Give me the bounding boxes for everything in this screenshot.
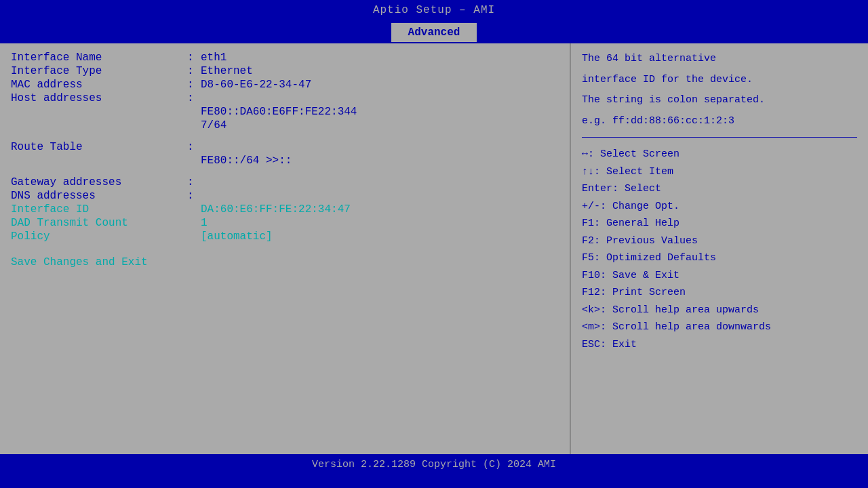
footer: Version 2.22.1289 Copyright (C) 2024 AMI bbox=[0, 454, 868, 474]
header: Aptio Setup – AMI bbox=[0, 0, 868, 20]
field-row-policy[interactable]: Policy [automatic] bbox=[11, 230, 559, 243]
policy-colon bbox=[187, 230, 201, 243]
field-row-interface-name: Interface Name : eth1 bbox=[11, 52, 559, 64]
save-changes-row[interactable]: Save Changes and Exit bbox=[11, 256, 559, 268]
field-row-route: Route Table : bbox=[11, 141, 559, 153]
field-row-dad[interactable]: DAD Transmit Count 1 bbox=[11, 217, 559, 229]
shortcut-row: <m>: Scroll help area downwards bbox=[582, 319, 857, 336]
right-panel: The 64 bit alternativeinterface ID for t… bbox=[570, 43, 868, 454]
host-colon: : bbox=[187, 92, 201, 104]
field-row-interface-type: Interface Type : Ethernet bbox=[11, 65, 559, 77]
interface-name-colon: : bbox=[187, 52, 201, 64]
shortcut-row: F10: Save & Exit bbox=[582, 267, 857, 285]
field-row-gateway: Gateway addresses : bbox=[11, 176, 559, 188]
dad-colon bbox=[187, 217, 201, 229]
help-line: The 64 bit alternative bbox=[582, 52, 857, 67]
field-row-mac: MAC address : D8-60-E6-22-34-47 bbox=[11, 79, 559, 91]
shortcut-row: F1: General Help bbox=[582, 215, 857, 232]
interface-id-value: DA:60:E6:FF:FE:22:34:47 bbox=[201, 203, 351, 216]
interface-id-colon bbox=[187, 203, 201, 216]
save-changes-label: Save Changes and Exit bbox=[11, 256, 148, 268]
route-colon: : bbox=[187, 141, 201, 153]
mac-colon: : bbox=[187, 79, 201, 91]
field-row-host: Host addresses : bbox=[11, 92, 559, 104]
mac-label: MAC address bbox=[11, 79, 187, 91]
shortcut-row: ↑↓: Select Item bbox=[582, 163, 857, 181]
gateway-label: Gateway addresses bbox=[11, 176, 187, 188]
dad-value: 1 bbox=[201, 217, 208, 229]
interface-name-label: Interface Name bbox=[11, 52, 187, 64]
divider bbox=[582, 137, 857, 138]
field-row-ipv6-1: FE80::DA60:E6FF:FE22:344 bbox=[11, 106, 559, 118]
dad-label: DAD Transmit Count bbox=[11, 217, 187, 229]
route-label: Route Table bbox=[11, 141, 187, 153]
route-ipv6: FE80::/64 >>:: bbox=[201, 155, 292, 167]
shortcut-row: <k>: Scroll help area upwards bbox=[582, 302, 857, 319]
shortcut-row: +/-: Change Opt. bbox=[582, 198, 857, 216]
shortcut-row: ↔: Select Screen bbox=[582, 146, 857, 163]
mac-value: D8-60-E6-22-34-47 bbox=[201, 79, 311, 91]
shortcut-row: ESC: Exit bbox=[582, 336, 857, 354]
advanced-tab[interactable]: Advanced bbox=[391, 23, 477, 42]
field-row-ipv6-2: 7/64 bbox=[11, 119, 559, 131]
header-title: Aptio Setup – AMI bbox=[373, 4, 495, 16]
interface-type-label: Interface Type bbox=[11, 65, 187, 77]
shortcuts-section: ↔: Select Screen↑↓: Select ItemEnter: Se… bbox=[582, 146, 857, 353]
shortcut-row: Enter: Select bbox=[582, 180, 857, 198]
interface-id-label: Interface ID bbox=[11, 203, 187, 216]
dns-colon: : bbox=[187, 190, 201, 202]
left-panel: Interface Name : eth1 Interface Type : E… bbox=[0, 43, 570, 454]
gateway-colon: : bbox=[187, 176, 201, 188]
interface-name-value: eth1 bbox=[201, 52, 226, 64]
help-line: The string is colon separated. bbox=[582, 93, 857, 108]
dns-label: DNS addresses bbox=[11, 190, 187, 202]
ipv6-line1: FE80::DA60:E6FF:FE22:344 bbox=[201, 106, 357, 118]
host-label: Host addresses bbox=[11, 92, 187, 104]
policy-label: Policy bbox=[11, 230, 187, 243]
interface-type-value: Ethernet bbox=[201, 65, 253, 77]
main-container: Interface Name : eth1 Interface Type : E… bbox=[0, 43, 868, 454]
interface-type-colon: : bbox=[187, 65, 201, 77]
shortcut-row: F5: Optimized Defaults bbox=[582, 249, 857, 267]
help-section: The 64 bit alternativeinterface ID for t… bbox=[582, 52, 857, 129]
policy-value: [automatic] bbox=[201, 230, 273, 243]
shortcut-row: F12: Print Screen bbox=[582, 284, 857, 302]
footer-text: Version 2.22.1289 Copyright (C) 2024 AMI bbox=[312, 459, 556, 470]
ipv6-line2: 7/64 bbox=[201, 119, 226, 131]
field-row-route-val: FE80::/64 >>:: bbox=[11, 155, 559, 167]
help-line: interface ID for the device. bbox=[582, 73, 857, 88]
field-row-dns: DNS addresses : bbox=[11, 190, 559, 202]
shortcut-row: F2: Previous Values bbox=[582, 232, 857, 250]
help-line: e.g. ff:dd:88:66:cc:1:2:3 bbox=[582, 114, 857, 129]
field-row-interface-id[interactable]: Interface ID DA:60:E6:FF:FE:22:34:47 bbox=[11, 203, 559, 216]
nav-bar: Advanced bbox=[0, 20, 868, 42]
